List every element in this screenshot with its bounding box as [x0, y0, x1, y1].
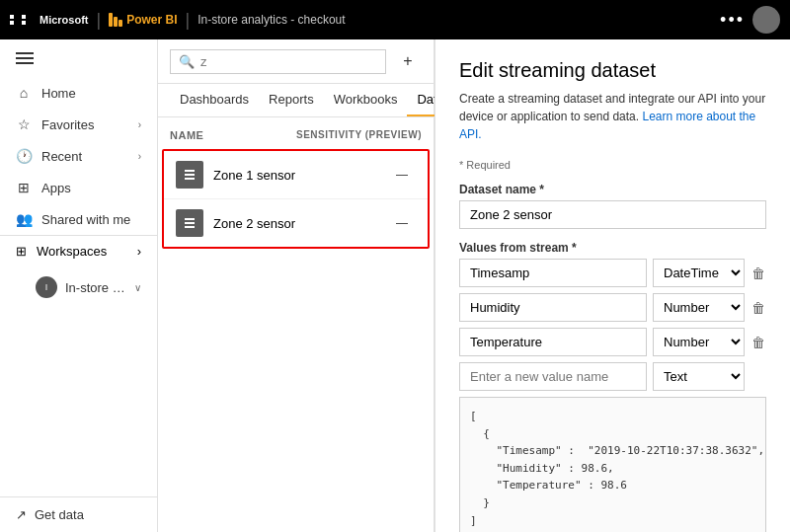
chevron-right-icon: › — [137, 244, 141, 259]
workspaces-header[interactable]: ⊞ Workspaces › — [0, 236, 157, 266]
shared-icon: 👥 — [16, 211, 32, 227]
avatar[interactable] — [752, 6, 780, 34]
grid-icon — [10, 15, 32, 25]
get-data-label: Get data — [35, 507, 84, 522]
sidebar-item-label: Recent — [41, 149, 128, 164]
stream-field-new: DateTime Number Text Boolean 🗑 — [459, 362, 766, 391]
stream-field-temperature: DateTime Number Text Boolean 🗑 — [459, 328, 766, 356]
content-area: 🔍 + Dashboards Reports Workbooks Dataset… — [158, 39, 790, 532]
values-from-stream-label: Values from stream * — [459, 241, 766, 255]
pbi-logo-icon — [109, 13, 122, 27]
powerbi-brand: Power BI — [109, 13, 177, 27]
search-box[interactable]: 🔍 — [170, 49, 386, 74]
dataset-name: Zone 1 sensor — [213, 168, 386, 183]
separator: | — [97, 10, 102, 31]
dataset-sensitivity: — — [396, 168, 416, 182]
main-layout: ⌂ Home ☆ Favorites › 🕐 Recent › ⊞ Apps 👥… — [0, 39, 790, 532]
svg-rect-3 — [185, 218, 195, 220]
workspace-avatar: I — [36, 276, 57, 298]
workspace-name: In-store analytics -... — [65, 280, 126, 295]
getdata-icon: ↗ — [16, 507, 27, 522]
col-name-header: NAME — [170, 129, 296, 141]
required-note: * Required — [459, 159, 766, 171]
stream-field-humidity: DateTime Number Text Boolean 🗑 — [459, 293, 766, 322]
tab-workbooks[interactable]: Workbooks — [324, 84, 408, 116]
stream-field-name-input[interactable] — [459, 259, 647, 287]
json-preview: [ { "Timesamp" : "2019-10-22T10:37:38.36… — [459, 397, 766, 532]
left-panel: 🔍 + Dashboards Reports Workbooks Dataset… — [158, 39, 434, 532]
home-icon: ⌂ — [16, 85, 32, 101]
new-value-name-input[interactable] — [459, 362, 647, 391]
delete-field-icon[interactable]: 🗑 — [750, 335, 766, 350]
col-sensitivity-header: SENSITIVITY (preview) — [296, 129, 422, 141]
sidebar: ⌂ Home ☆ Favorites › 🕐 Recent › ⊞ Apps 👥… — [0, 39, 158, 532]
new-value-type-select[interactable]: DateTime Number Text Boolean — [653, 362, 745, 391]
more-options-icon[interactable]: ••• — [720, 10, 745, 31]
search-input[interactable] — [200, 54, 377, 69]
sidebar-item-home[interactable]: ⌂ Home — [0, 77, 157, 109]
tab-dashboards[interactable]: Dashboards — [170, 84, 259, 116]
svg-rect-0 — [185, 170, 195, 172]
panel-title: Edit streaming dataset — [459, 59, 766, 82]
stream-field-name-input[interactable] — [459, 293, 647, 322]
dataset-name-label: Dataset name * — [459, 183, 766, 196]
page-title: In-store analytics - checkout — [198, 13, 345, 27]
dataset-name-input[interactable] — [459, 200, 766, 229]
sidebar-item-label: Favorites — [41, 117, 128, 132]
svg-rect-2 — [185, 178, 195, 180]
sidebar-item-instore[interactable]: I In-store analytics -... ∨ — [0, 270, 157, 304]
stream-field-name-input[interactable] — [459, 328, 647, 356]
sidebar-item-apps[interactable]: ⊞ Apps — [0, 172, 157, 203]
right-panel: Edit streaming dataset Create a streamin… — [434, 39, 790, 532]
stream-field-type-select[interactable]: DateTime Number Text Boolean — [653, 293, 745, 322]
sidebar-item-favorites[interactable]: ☆ Favorites › — [0, 109, 157, 140]
svg-rect-1 — [185, 174, 195, 176]
sidebar-item-label: Shared with me — [41, 212, 141, 227]
table-row[interactable]: Zone 1 sensor — — [164, 151, 428, 199]
workspaces-label: Workspaces — [37, 244, 127, 259]
dataset-list: NAME SENSITIVITY (preview) Zone 1 sensor… — [158, 117, 434, 532]
delete-field-icon[interactable]: 🗑 — [750, 266, 766, 281]
sidebar-item-label: Apps — [41, 181, 141, 195]
dataset-list-header: NAME SENSITIVITY (preview) — [158, 125, 434, 145]
stream-field-timesamp: DateTime Number Text Boolean 🗑 — [459, 259, 766, 287]
dataset-sensitivity: — — [396, 216, 416, 230]
pbi-label: Power BI — [126, 13, 177, 27]
apps-icon: ⊞ — [16, 180, 32, 195]
left-panel-header: 🔍 + — [158, 39, 434, 84]
delete-field-icon[interactable]: 🗑 — [750, 300, 766, 316]
recent-icon: 🕐 — [16, 148, 32, 164]
add-button[interactable]: + — [394, 47, 422, 75]
dataset-name: Zone 2 sensor — [213, 216, 386, 231]
chevron-right-icon: › — [138, 119, 141, 130]
dataset-icon — [176, 209, 203, 237]
sidebar-item-shared[interactable]: 👥 Shared with me — [0, 203, 157, 235]
favorites-icon: ☆ — [16, 116, 32, 132]
chevron-right-icon: › — [138, 151, 141, 162]
tab-reports[interactable]: Reports — [259, 84, 324, 116]
stream-field-type-select[interactable]: DateTime Number Text Boolean — [653, 259, 745, 287]
svg-rect-4 — [185, 222, 195, 224]
stream-field-type-select[interactable]: DateTime Number Text Boolean — [653, 328, 745, 356]
panel-description: Create a streaming dataset and integrate… — [459, 90, 766, 143]
sidebar-item-recent[interactable]: 🕐 Recent › — [0, 140, 157, 172]
search-icon: 🔍 — [179, 54, 195, 69]
workspace-sub: I In-store analytics -... ∨ — [0, 266, 157, 308]
separator2: | — [186, 10, 191, 31]
workspace-icon: ⊞ — [16, 244, 27, 259]
sidebar-footer-getdata[interactable]: ↗ Get data — [0, 496, 157, 532]
sidebar-item-label: Home — [41, 86, 141, 101]
chevron-down-icon: ∨ — [134, 282, 141, 293]
table-row[interactable]: Zone 2 sensor — — [164, 199, 428, 247]
sidebar-toggle[interactable] — [0, 39, 157, 77]
dataset-table: Zone 1 sensor — Zone 2 sensor — — [162, 149, 430, 249]
topbar: Microsoft | Power BI | In-store analytic… — [0, 0, 790, 39]
microsoft-label: Microsoft — [40, 14, 89, 26]
dataset-icon — [176, 161, 203, 189]
workspaces-section: ⊞ Workspaces › I In-store analytics -...… — [0, 235, 157, 308]
svg-rect-5 — [185, 226, 195, 228]
tabs-bar: Dashboards Reports Workbooks Datasets Da… — [158, 84, 434, 117]
sidebar-nav: ⌂ Home ☆ Favorites › 🕐 Recent › ⊞ Apps 👥… — [0, 77, 157, 496]
